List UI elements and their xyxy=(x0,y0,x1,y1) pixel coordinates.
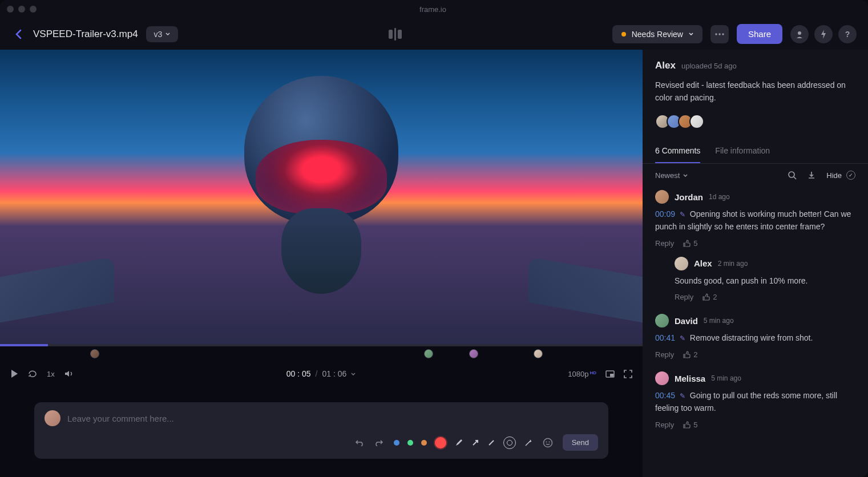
sort-selector[interactable]: Newest xyxy=(655,171,688,180)
comment-item: Jordan 1d ago 00:09 ✎ Opening shot is wo… xyxy=(655,190,855,301)
brush-tool[interactable] xyxy=(454,438,463,447)
compare-view-button[interactable] xyxy=(389,28,402,41)
thumbs-up-icon xyxy=(683,240,691,247)
comment-item: Melissa 5 min ago 00:45 ✎ Going to pull … xyxy=(655,371,855,429)
annotation-icon: ✎ xyxy=(680,211,685,219)
version-selector[interactable]: v3 xyxy=(146,26,179,42)
comment-text: Remove distracting wire from shot. xyxy=(690,333,813,342)
comment-marker[interactable] xyxy=(424,349,433,358)
svg-point-8 xyxy=(548,441,550,442)
close-window-icon[interactable] xyxy=(7,6,14,13)
more-options-button[interactable] xyxy=(710,25,729,43)
like-count: 5 xyxy=(693,239,697,248)
avatar xyxy=(655,314,669,328)
resolution-selector[interactable]: 1080p HD xyxy=(568,370,596,378)
play-button[interactable] xyxy=(10,369,18,378)
line-tool[interactable] xyxy=(487,439,495,447)
maximize-window-icon[interactable] xyxy=(30,6,37,13)
minimize-window-icon[interactable] xyxy=(18,6,25,13)
user-avatar xyxy=(45,410,60,426)
download-button[interactable] xyxy=(807,171,816,180)
svg-rect-5 xyxy=(610,374,613,377)
tab-file-info[interactable]: File information xyxy=(715,139,770,163)
hide-resolved-toggle[interactable]: Hide ✓ xyxy=(826,171,855,180)
collaborator-avatars[interactable] xyxy=(655,114,855,129)
duration: 01 : 06 xyxy=(322,369,346,378)
back-button[interactable] xyxy=(11,27,25,41)
chevron-down-icon[interactable] xyxy=(351,373,356,375)
user-icon xyxy=(796,30,804,38)
like-button[interactable]: 5 xyxy=(683,239,697,248)
like-button[interactable]: 2 xyxy=(703,293,717,301)
comment-author: Melissa xyxy=(675,374,705,383)
emoji-button[interactable] xyxy=(541,436,555,450)
loop-button[interactable] xyxy=(27,370,38,378)
thumbs-up-icon xyxy=(683,351,691,358)
comments-list: Jordan 1d ago 00:09 ✎ Opening shot is wo… xyxy=(643,187,868,477)
check-circle-icon: ✓ xyxy=(846,171,855,180)
volume-button[interactable] xyxy=(64,370,74,378)
comment-markers xyxy=(0,346,643,361)
download-icon xyxy=(807,171,816,180)
send-button[interactable]: Send xyxy=(563,434,598,451)
comment-marker[interactable] xyxy=(534,349,543,358)
like-count: 2 xyxy=(713,293,717,301)
avatar xyxy=(675,257,688,270)
timecode-link[interactable]: 00:41 xyxy=(655,333,675,342)
comment-author: Jordan xyxy=(675,192,703,202)
status-selector[interactable]: Needs Review xyxy=(612,25,703,43)
like-count: 2 xyxy=(693,350,697,359)
arrow-tool[interactable] xyxy=(471,439,479,447)
pip-icon xyxy=(605,370,615,378)
playback-speed[interactable]: 1x xyxy=(47,370,55,378)
reply-button[interactable]: Reply xyxy=(655,239,674,248)
annotation-icon: ✎ xyxy=(680,392,685,400)
record-tool[interactable] xyxy=(503,436,516,449)
sidebar-tabs: 6 Comments File information xyxy=(643,139,868,164)
chevron-down-icon xyxy=(689,33,693,35)
like-button[interactable]: 2 xyxy=(683,350,697,359)
svg-point-6 xyxy=(543,438,552,447)
pip-button[interactable] xyxy=(605,370,615,378)
status-label: Needs Review xyxy=(632,30,683,39)
reply-button[interactable]: Reply xyxy=(655,350,674,359)
timecode-link[interactable]: 00:09 xyxy=(655,209,675,219)
comment-item: David 5 min ago 00:41 ✎ Remove distracti… xyxy=(655,314,855,359)
color-orange[interactable] xyxy=(421,440,427,446)
playback-controls: 1x 00 : 05 / 01 : 06 1080p HD xyxy=(0,361,643,386)
timecode-link[interactable]: 00:45 xyxy=(655,391,675,400)
svg-point-7 xyxy=(546,441,547,442)
comment-marker[interactable] xyxy=(469,349,478,358)
redo-button[interactable] xyxy=(372,436,386,450)
profile-button[interactable] xyxy=(790,25,809,43)
fullscreen-button[interactable] xyxy=(624,370,632,378)
help-button[interactable]: ? xyxy=(838,25,857,43)
comment-time: 5 min ago xyxy=(711,374,741,382)
reply-button[interactable]: Reply xyxy=(655,421,674,429)
svg-point-1 xyxy=(718,33,720,35)
comment-marker[interactable] xyxy=(90,349,99,358)
color-red-selected[interactable] xyxy=(435,437,446,448)
comment-time: 1d ago xyxy=(709,193,730,201)
hide-label: Hide xyxy=(826,171,842,180)
sort-label: Newest xyxy=(655,171,680,180)
share-button[interactable]: Share xyxy=(737,24,782,44)
comment-text: Sounds good, can push in 10% more. xyxy=(675,276,808,285)
search-button[interactable] xyxy=(788,171,797,180)
activity-button[interactable] xyxy=(814,25,833,43)
color-blue[interactable] xyxy=(394,440,399,446)
video-frame[interactable] xyxy=(0,50,643,344)
tab-comments[interactable]: 6 Comments xyxy=(655,139,700,163)
comment-input[interactable] xyxy=(67,414,598,423)
video-area: 1x 00 : 05 / 01 : 06 1080p HD xyxy=(0,50,643,477)
svg-point-3 xyxy=(798,31,801,35)
magic-tool[interactable] xyxy=(524,438,533,447)
play-icon xyxy=(10,369,18,378)
resolution-label: 1080p xyxy=(568,370,588,378)
upload-meta: uploaded 5d ago xyxy=(681,62,737,70)
avatar xyxy=(655,371,669,385)
undo-button[interactable] xyxy=(353,436,366,450)
reply-button[interactable]: Reply xyxy=(675,293,693,301)
like-button[interactable]: 5 xyxy=(683,421,697,429)
color-green[interactable] xyxy=(407,440,413,446)
